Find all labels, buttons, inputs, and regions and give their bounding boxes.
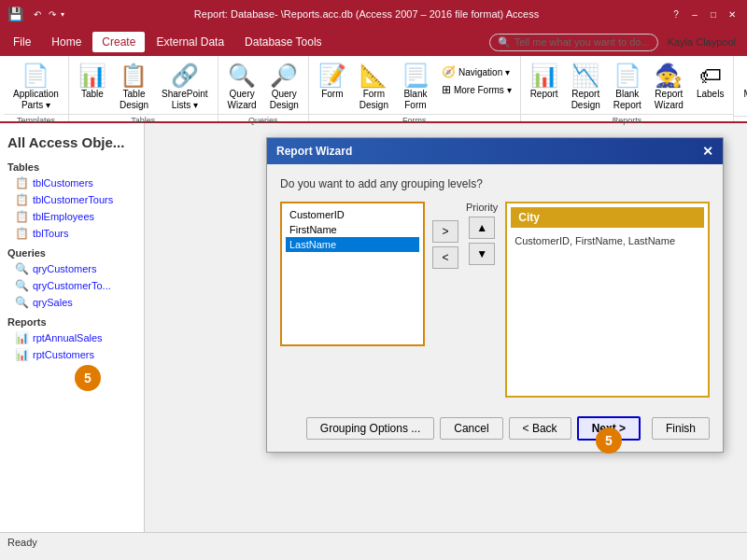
maximize-button[interactable]: □ bbox=[706, 7, 721, 21]
sidebar-section-tables: Tables bbox=[0, 156, 144, 175]
blank-report-label: BlankReport bbox=[613, 89, 641, 111]
blank-form-button[interactable]: 📃 BlankForm bbox=[396, 60, 435, 114]
macro-button[interactable]: ⚙ Macro bbox=[738, 60, 747, 103]
ribbon-section-templates: 📄 ApplicationParts ▾ Templates bbox=[4, 56, 69, 121]
sidebar-section-reports: Reports bbox=[0, 311, 144, 329]
main-area: All Access Obje... Tables 📋 tblCustomers… bbox=[0, 123, 747, 532]
sidebar-item-tblcustomers[interactable]: 📋 tblCustomers bbox=[0, 175, 144, 191]
ribbon-section-forms: 📝 Form 📐 FormDesign 📃 BlankForm 🧭 Naviga… bbox=[309, 56, 521, 121]
priority-label: Priority bbox=[466, 202, 498, 213]
menu-create[interactable]: Create bbox=[92, 32, 145, 52]
macros-buttons: ⚙ Macro 📜 Module 📑 Class Module 💻 Visual… bbox=[734, 56, 747, 116]
blank-report-button[interactable]: 📄 BlankReport bbox=[608, 60, 647, 114]
more-forms-button[interactable]: ⊞ More Forms ▾ bbox=[437, 81, 516, 98]
minimize-button[interactable]: – bbox=[687, 7, 702, 21]
query-design-label: QueryDesign bbox=[270, 89, 299, 111]
sharepoint-label: SharePointLists ▾ bbox=[162, 89, 207, 111]
navigation-icon: 🧭 bbox=[442, 65, 456, 78]
menu-file[interactable]: File bbox=[4, 32, 40, 52]
navigation-button[interactable]: 🧭 Navigation ▾ bbox=[437, 63, 516, 80]
table-row-icon: 📋 bbox=[15, 176, 29, 189]
table-row-icon: 📋 bbox=[15, 227, 29, 240]
table-design-button[interactable]: 📋 TableDesign bbox=[114, 60, 154, 114]
form-icon: 📝 bbox=[318, 63, 346, 89]
sidebar-item-tblemployees[interactable]: 📋 tblEmployees bbox=[0, 208, 144, 225]
report-design-icon: 📉 bbox=[571, 63, 599, 89]
sidebar-item-qrycustomers[interactable]: 🔍 qryCustomers bbox=[0, 260, 144, 277]
sidebar-item-tbltours[interactable]: 📋 tblTours bbox=[0, 225, 144, 242]
window-title: Report: Database- \Reports.acc.db (Acces… bbox=[194, 8, 539, 20]
more-forms-icon: ⊞ bbox=[442, 83, 451, 96]
report-wizard-dialog: Report Wizard ✕ Do you want to add any g… bbox=[266, 137, 724, 453]
report-wizard-label: ReportWizard bbox=[655, 89, 684, 111]
sidebar-item-label: qryCustomerTo... bbox=[33, 280, 111, 291]
app-parts-button[interactable]: 📄 ApplicationParts ▾ bbox=[7, 60, 64, 114]
sidebar-item-tblcustomertours[interactable]: 📋 tblCustomerTours bbox=[0, 191, 144, 208]
redo-button[interactable]: ↷ bbox=[46, 7, 59, 21]
blank-form-icon: 📃 bbox=[402, 63, 430, 89]
dialog-title-bar: Report Wizard ✕ bbox=[267, 138, 723, 164]
save-icon[interactable]: 💾 bbox=[7, 7, 23, 21]
ribbon-content: 📄 ApplicationParts ▾ Templates 📊 Table 📋… bbox=[0, 56, 747, 121]
add-grouping-button[interactable]: > bbox=[432, 220, 458, 243]
form-button[interactable]: 📝 Form bbox=[313, 60, 352, 103]
sidebar-item-label: tblTours bbox=[33, 228, 69, 239]
tell-me-box[interactable]: 🔍 Tell me what you want to do... bbox=[489, 34, 658, 51]
query-design-button[interactable]: 🔎 QueryDesign bbox=[264, 60, 304, 114]
user-name: Kayla Claypool bbox=[668, 36, 743, 48]
dialog-question: Do you want to add any grouping levels? bbox=[280, 177, 710, 190]
menu-database-tools[interactable]: Database Tools bbox=[235, 32, 331, 52]
ribbon-section-queries: 🔍 QueryWizard 🔎 QueryDesign Queries bbox=[218, 56, 309, 121]
macro-label: Macro bbox=[743, 89, 747, 100]
table-icon: 📊 bbox=[78, 63, 106, 89]
priority-section: Priority ▲ ▼ bbox=[466, 202, 498, 265]
sidebar-section-queries: Queries bbox=[0, 242, 144, 260]
wizard-content: CustomerID FirstName LastName > < Priori… bbox=[280, 202, 710, 398]
ribbon: 📄 ApplicationParts ▾ Templates 📊 Table 📋… bbox=[0, 56, 747, 123]
report-wizard-button[interactable]: 🧙 ReportWizard bbox=[649, 60, 689, 114]
field-item-lastname[interactable]: LastName bbox=[286, 237, 419, 252]
dialog-body: Do you want to add any grouping levels? … bbox=[267, 164, 723, 407]
cancel-button[interactable]: Cancel bbox=[440, 417, 502, 440]
templates-buttons: 📄 ApplicationParts ▾ bbox=[4, 56, 68, 114]
sidebar-item-rptcustomers[interactable]: 📊 rptCustomers bbox=[0, 346, 144, 363]
field-item-customerid[interactable]: CustomerID bbox=[286, 207, 419, 222]
sidebar-item-qrysales[interactable]: 🔍 qrySales bbox=[0, 294, 144, 311]
table-button[interactable]: 📊 Table bbox=[73, 60, 112, 103]
query-wizard-button[interactable]: 🔍 QueryWizard bbox=[222, 60, 262, 114]
report-button[interactable]: 📊 Report bbox=[525, 60, 564, 103]
report-design-label: ReportDesign bbox=[571, 89, 600, 111]
content-area: Report Wizard ✕ Do you want to add any g… bbox=[145, 123, 747, 532]
priority-up-button[interactable]: ▲ bbox=[469, 217, 495, 239]
form-design-button[interactable]: 📐 FormDesign bbox=[354, 60, 394, 114]
queries-buttons: 🔍 QueryWizard 🔎 QueryDesign bbox=[218, 56, 308, 114]
app-parts-label: ApplicationParts ▾ bbox=[13, 89, 59, 111]
sharepoint-lists-button[interactable]: 🔗 SharePointLists ▾ bbox=[156, 60, 213, 114]
help-button[interactable]: ? bbox=[669, 7, 684, 21]
title-bar: 💾 ↶ ↷ ▾ Report: Database- \Reports.acc.d… bbox=[0, 0, 747, 28]
sidebar-item-rptannualsales[interactable]: 📊 rptAnnualSales bbox=[0, 329, 144, 346]
report-design-button[interactable]: 📉 ReportDesign bbox=[566, 60, 606, 114]
undo-button[interactable]: ↶ bbox=[31, 7, 44, 21]
menu-external-data[interactable]: External Data bbox=[147, 32, 233, 52]
quick-access-dropdown[interactable]: ▾ bbox=[61, 10, 64, 19]
finish-button[interactable]: Finish bbox=[652, 417, 710, 440]
close-button[interactable]: ✕ bbox=[725, 7, 740, 21]
grouping-options-button[interactable]: Grouping Options ... bbox=[306, 417, 434, 440]
labels-button[interactable]: 🏷 Labels bbox=[691, 60, 729, 103]
report-wizard-icon: 🧙 bbox=[655, 63, 683, 89]
report-item-icon: 📊 bbox=[15, 348, 29, 361]
priority-down-button[interactable]: ▼ bbox=[469, 243, 495, 265]
dialog-close-button[interactable]: ✕ bbox=[702, 144, 713, 159]
sidebar-item-label: tblCustomers bbox=[33, 177, 93, 189]
step-badge-sidebar: 5 bbox=[75, 365, 101, 391]
sidebar-item-qrycustomerto[interactable]: 🔍 qryCustomerTo... bbox=[0, 277, 144, 294]
menu-home[interactable]: Home bbox=[42, 32, 91, 52]
remove-grouping-button[interactable]: < bbox=[432, 246, 458, 269]
field-item-firstname[interactable]: FirstName bbox=[286, 222, 419, 237]
report-icon: 📊 bbox=[530, 63, 558, 89]
back-button[interactable]: < Back bbox=[509, 417, 571, 440]
sidebar-item-label: tblCustomerTours bbox=[33, 194, 113, 205]
ribbon-section-tables: 📊 Table 📋 TableDesign 🔗 SharePointLists … bbox=[69, 56, 218, 121]
dialog-title: Report Wizard bbox=[276, 145, 352, 158]
